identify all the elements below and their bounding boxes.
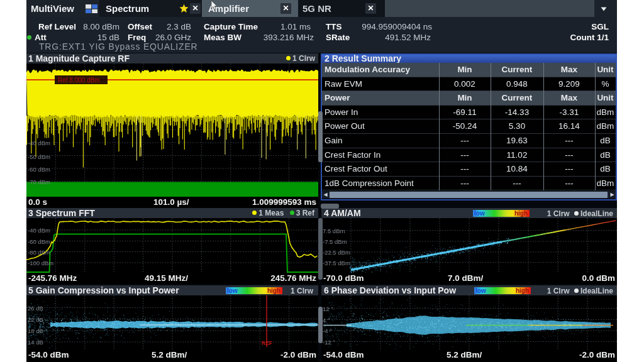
svg-text:REF: REF: [262, 340, 272, 346]
svg-text:Ref 8.000 dBm: Ref 8.000 dBm: [58, 77, 100, 84]
